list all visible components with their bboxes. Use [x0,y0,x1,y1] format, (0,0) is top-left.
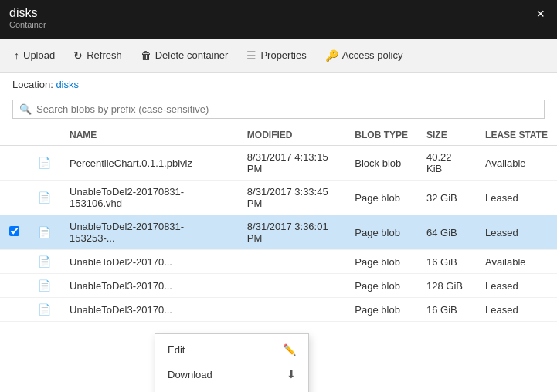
row-leasestate: Leased [476,181,557,215]
table-row[interactable]: 📄UnableToDel2-20170831-153106.vhd8/31/20… [0,181,557,215]
row-leasestate: Leased [476,298,557,322]
access-policy-label: Access policy [342,49,403,61]
row-blobtype: Page blob [345,250,417,274]
location-label: Location: [12,79,53,90]
row-leasestate: Available [476,146,557,181]
delete-container-button[interactable]: 🗑 Delete container [133,45,236,66]
row-blobtype: Page blob [345,181,417,215]
menu-icon: ✏️ [283,343,296,356]
refresh-button[interactable]: ↻ Refresh [66,45,130,66]
file-icon: 📄 [29,250,60,274]
row-checkbox[interactable] [0,298,29,322]
context-menu-item[interactable]: Download⬇ [155,362,308,387]
file-icon: 📄 [29,215,60,250]
row-checkbox[interactable] [0,250,29,274]
table-row[interactable]: 📄PercentileChart.0.1.1.pbiviz8/31/2017 4… [0,146,557,181]
file-icon: 📄 [29,146,60,181]
context-menu: Edit✏️Download⬇Properties☰Edit metadataℹ… [155,333,309,392]
search-bar: 🔍 [0,96,557,125]
properties-button[interactable]: ☰ Properties [239,45,314,66]
row-name[interactable]: UnableToDel2-20170831-153106.vhd [60,181,238,215]
menu-label: Edit [168,344,185,356]
col-checkbox [0,125,29,146]
properties-label: Properties [260,49,306,61]
upload-button[interactable]: ↑ Upload [6,45,63,66]
col-blobtype[interactable]: BLOB TYPE [345,125,417,146]
close-button[interactable]: × [533,6,548,22]
row-leasestate: Leased [476,215,557,250]
blobs-table: NAME MODIFIED BLOB TYPE SIZE LEASE STATE… [0,125,557,322]
context-menu-item[interactable]: Edit✏️ [155,337,308,362]
table-header: NAME MODIFIED BLOB TYPE SIZE LEASE STATE [0,125,557,146]
row-checkbox[interactable] [0,215,29,250]
row-blobtype: Page blob [345,298,417,322]
row-size: 16 GiB [417,250,476,274]
search-icon: 🔍 [19,103,32,115]
search-wrapper: 🔍 [12,100,545,119]
access-policy-icon: 🔑 [325,49,338,62]
row-blobtype: Page blob [345,274,417,298]
row-modified [238,298,345,322]
table-row[interactable]: 📄UnableToDel3-20170...Page blob128 GiBLe… [0,274,557,298]
menu-icon: ⬇ [287,368,296,380]
location-bar: Location: disks [0,73,557,96]
file-icon: 📄 [29,274,60,298]
col-name[interactable]: NAME [60,125,238,146]
table-row[interactable]: 📄UnableToDel2-20170831-153253-...8/31/20… [0,215,557,250]
row-checkbox[interactable] [0,181,29,215]
properties-icon: ☰ [246,49,256,62]
toolbar: ↑ Upload ↻ Refresh 🗑 Delete container ☰ … [0,39,557,73]
file-icon: 📄 [29,181,60,215]
row-modified [238,274,345,298]
location-path[interactable]: disks [56,79,79,90]
row-name[interactable]: UnableToDel3-20170... [60,298,238,322]
table-body: 📄PercentileChart.0.1.1.pbiviz8/31/2017 4… [0,146,557,322]
row-checkbox[interactable] [0,274,29,298]
row-size: 128 GiB [417,274,476,298]
window-subtitle: Container [9,20,46,29]
row-modified: 8/31/2017 4:13:15 PM [238,146,345,181]
menu-label: Download [168,369,212,380]
row-modified: 8/31/2017 3:36:01 PM [238,215,345,250]
col-modified[interactable]: MODIFIED [238,125,345,146]
row-leasestate: Available [476,250,557,274]
row-blobtype: Block blob [345,146,417,181]
row-leasestate: Leased [476,274,557,298]
title-bar-left: disks Container [9,6,46,29]
table-container: NAME MODIFIED BLOB TYPE SIZE LEASE STATE… [0,125,557,322]
refresh-icon: ↻ [73,49,83,62]
table-row[interactable]: 📄UnableToDel3-20170...Page blob16 GiBLea… [0,298,557,322]
row-modified [238,250,345,274]
file-icon: 📄 [29,298,60,322]
row-name[interactable]: UnableToDel2-20170... [60,250,238,274]
row-blobtype: Page blob [345,215,417,250]
row-size: 16 GiB [417,298,476,322]
upload-label: Upload [23,49,55,61]
row-size: 40.22 KiB [417,146,476,181]
row-name[interactable]: UnableToDel2-20170831-153253-... [60,215,238,250]
access-policy-button[interactable]: 🔑 Access policy [318,45,411,66]
title-bar: disks Container × [0,0,557,39]
row-modified: 8/31/2017 3:33:45 PM [238,181,345,215]
delete-container-label: Delete container [155,49,229,61]
row-checkbox[interactable] [0,146,29,181]
row-size: 32 GiB [417,181,476,215]
row-name[interactable]: PercentileChart.0.1.1.pbiviz [60,146,238,181]
delete-container-icon: 🗑 [141,49,151,62]
upload-icon: ↑ [14,49,19,62]
window-title: disks [9,6,46,20]
col-leasestate[interactable]: LEASE STATE [476,125,557,146]
refresh-label: Refresh [87,49,122,61]
col-size[interactable]: SIZE [417,125,476,146]
col-icon [29,125,60,146]
table-row[interactable]: 📄UnableToDel2-20170...Page blob16 GiBAva… [0,250,557,274]
search-input[interactable] [36,103,538,115]
row-size: 64 GiB [417,215,476,250]
row-name[interactable]: UnableToDel3-20170... [60,274,238,298]
context-menu-item[interactable]: Properties☰ [155,387,308,392]
